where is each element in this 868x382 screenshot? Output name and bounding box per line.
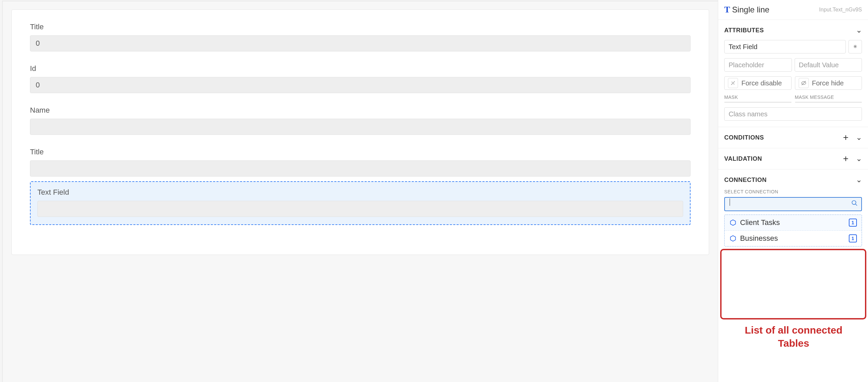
connection-search-input[interactable] [724, 197, 862, 211]
svg-point-1 [852, 201, 856, 205]
class-names-input[interactable]: Class names [724, 107, 862, 121]
annotation-box [720, 249, 866, 319]
panel-subtitle: Input.Text_nGv9S [819, 7, 862, 13]
plus-icon[interactable]: + [843, 135, 848, 140]
field-input[interactable] [30, 119, 690, 135]
search-icon [851, 200, 858, 208]
asterisk-icon [852, 44, 858, 50]
panel-title: Single line [732, 5, 769, 14]
mask-input[interactable] [724, 102, 792, 103]
field-label: Title [30, 23, 690, 31]
force-hide-toggle[interactable]: Force hide [795, 76, 862, 90]
connection-dropdown: Client Tasks 1 Businesses 1 [724, 214, 862, 246]
select-connection-label: SELECT CONNECTION [724, 189, 862, 194]
table-icon [729, 219, 737, 226]
table-icon [729, 235, 737, 242]
section-toggle-validation[interactable]: VALIDATION + ⌄ [724, 154, 862, 163]
field-title-2[interactable]: Title [30, 148, 690, 177]
attr-placeholder-input[interactable]: Placeholder [724, 58, 792, 72]
mask-label: MASK [724, 95, 792, 100]
properties-panel: T Single line Input.Text_nGv9S ATTRIBUTE… [718, 0, 868, 382]
mask-message-label: MASK MESSAGE [795, 95, 862, 100]
field-label: Title [30, 148, 690, 157]
section-toggle-conditions[interactable]: CONDITIONS + ⌄ [724, 133, 862, 142]
field-input[interactable]: 0 [30, 77, 690, 93]
section-validation: VALIDATION + ⌄ [718, 148, 868, 170]
section-attributes: ATTRIBUTES ⌄ Text Field Placeholder Defa… [718, 20, 868, 127]
field-label: Id [30, 64, 690, 73]
panel-header: T Single line Input.Text_nGv9S [718, 0, 868, 20]
form-canvas: Title 0 Id 0 Name Title Text Field [2, 1, 718, 382]
field-input[interactable] [37, 201, 683, 217]
annotation-text: List of all connected Tables [743, 323, 844, 350]
chevron-down-icon: ⌄ [856, 176, 862, 184]
section-toggle-connection[interactable]: CONNECTION ⌄ [724, 176, 862, 184]
field-id[interactable]: Id 0 [30, 64, 690, 93]
field-input[interactable] [30, 161, 690, 177]
mask-message-input[interactable] [795, 102, 862, 103]
hide-icon [799, 78, 809, 88]
field-title-1[interactable]: Title 0 [30, 23, 690, 51]
disable-icon [728, 78, 738, 88]
chevron-down-icon: ⌄ [856, 154, 862, 163]
attr-default-input[interactable]: Default Value [795, 58, 862, 72]
field-input[interactable]: 0 [30, 35, 690, 51]
field-name[interactable]: Name [30, 106, 690, 135]
plus-icon[interactable]: + [843, 156, 848, 162]
svg-marker-3 [731, 220, 736, 225]
section-connection: CONNECTION ⌄ SELECT CONNECTION [718, 170, 868, 252]
connection-option-client-tasks[interactable]: Client Tasks 1 [724, 215, 862, 230]
attr-name-input[interactable]: Text Field [724, 40, 846, 54]
connection-option-businesses[interactable]: Businesses 1 [724, 230, 862, 246]
text-type-icon: T [724, 5, 730, 15]
section-conditions: CONDITIONS + ⌄ [718, 127, 868, 148]
svg-line-2 [856, 204, 857, 206]
section-toggle-attributes[interactable]: ATTRIBUTES ⌄ [724, 26, 862, 35]
count-badge: 1 [849, 234, 857, 242]
form-card: Title 0 Id 0 Name Title Text Field [11, 9, 709, 255]
chevron-down-icon: ⌄ [856, 26, 862, 35]
svg-marker-4 [731, 236, 736, 241]
selected-field-textfield[interactable]: Text Field [30, 181, 690, 225]
field-label: Text Field [37, 188, 683, 197]
chevron-down-icon: ⌄ [856, 133, 862, 142]
field-label: Name [30, 106, 690, 115]
count-badge: 1 [849, 218, 857, 227]
required-toggle-button[interactable] [848, 40, 862, 54]
force-disable-toggle[interactable]: Force disable [724, 76, 792, 90]
